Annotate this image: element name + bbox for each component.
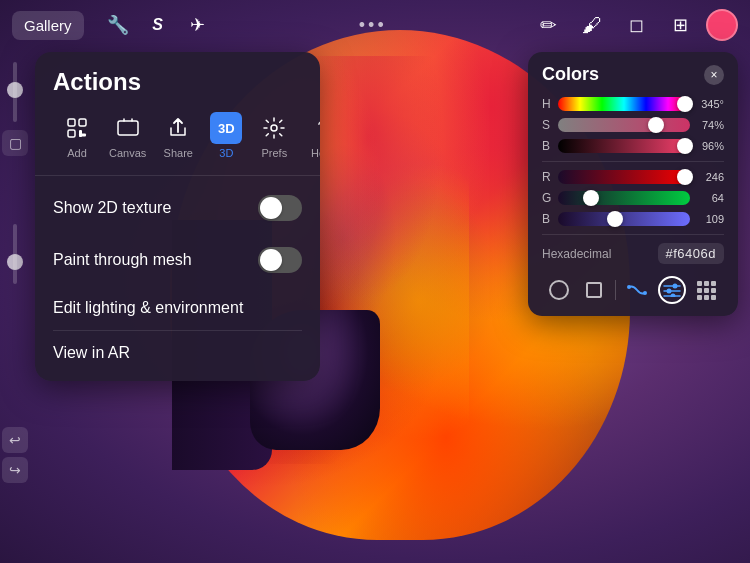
brightness-track — [558, 139, 690, 153]
paint-through-mesh-item[interactable]: Paint through mesh — [35, 234, 320, 286]
edit-lighting-label: Edit lighting & environment — [53, 299, 243, 317]
actions-title: Actions — [53, 68, 302, 96]
gallery-button[interactable]: Gallery — [12, 11, 84, 40]
disc-mode-button[interactable] — [545, 276, 573, 304]
3d-tab-icon: 3D — [210, 112, 242, 144]
red-slider-track[interactable] — [558, 170, 690, 184]
redo-button[interactable]: ↪ — [2, 457, 28, 483]
square-tool-button[interactable]: ▢ — [2, 130, 28, 156]
hue-label: H — [542, 97, 552, 111]
green-thumb[interactable] — [583, 190, 599, 206]
topbar-center: ••• — [216, 15, 530, 36]
gallery-label: Gallery — [24, 17, 72, 34]
rgb-hex-divider — [542, 234, 724, 235]
actions-header: Actions Add — [35, 52, 320, 175]
saturation-slider-row: S 74% — [542, 118, 724, 132]
svg-point-10 — [672, 284, 677, 289]
blue-label: B — [542, 212, 552, 226]
hex-row: Hexadecimal #f6406d — [542, 243, 724, 264]
actions-list: Show 2D texture Paint through mesh Edit … — [35, 176, 320, 381]
red-thumb[interactable] — [677, 169, 693, 185]
tab-prefs[interactable]: Prefs — [250, 108, 298, 163]
edit-lighting-item[interactable]: Edit lighting & environment — [35, 286, 320, 330]
opacity-thumb[interactable] — [7, 254, 23, 270]
show-2d-texture-label: Show 2D texture — [53, 199, 171, 217]
show-2d-texture-item[interactable]: Show 2D texture — [35, 182, 320, 234]
brightness-label: B — [542, 139, 552, 153]
gradient-mode-button[interactable] — [623, 276, 651, 304]
svg-point-8 — [643, 291, 647, 295]
actions-tabs: Add Canvas Share — [53, 108, 302, 167]
topbar: Gallery 🔧 S ✈ ••• ✏ 🖌 ◻ ⊞ — [0, 0, 750, 50]
undo-redo-controls: ↩ ↪ — [0, 427, 30, 483]
left-sidebar: ▢ — [0, 50, 30, 563]
undo-button[interactable]: ↩ — [2, 427, 28, 453]
show-2d-texture-toggle[interactable] — [258, 195, 302, 221]
red-track — [558, 170, 690, 184]
tab-share[interactable]: Share — [154, 108, 202, 163]
green-slider-track[interactable] — [558, 191, 690, 205]
3d-tab-label: 3D — [219, 147, 233, 159]
hex-value[interactable]: #f6406d — [658, 243, 725, 264]
hue-slider-track[interactable] — [558, 97, 690, 111]
topbar-right: ✏ 🖌 ◻ ⊞ — [530, 7, 738, 43]
canvas-tab-icon — [112, 112, 144, 144]
square-icon: ▢ — [9, 135, 22, 151]
brush-icon: 🖌 — [582, 14, 602, 37]
saturation-value: 74% — [696, 119, 724, 131]
modify-tool-button[interactable]: 🔧 — [100, 7, 136, 43]
svg-rect-0 — [68, 119, 75, 126]
square-mode-button[interactable] — [580, 276, 608, 304]
blue-slider-track[interactable] — [558, 212, 690, 226]
more-options-dots[interactable]: ••• — [359, 15, 387, 36]
svg-rect-1 — [79, 119, 86, 126]
brightness-thumb[interactable] — [677, 138, 693, 154]
svg-rect-4 — [79, 134, 86, 137]
brightness-slider-track[interactable] — [558, 139, 690, 153]
hue-track — [558, 97, 690, 111]
svg-rect-2 — [68, 130, 75, 137]
add-tab-icon — [61, 112, 93, 144]
hex-label: Hexadecimal — [542, 247, 611, 261]
brush-size-thumb[interactable] — [7, 82, 23, 98]
tab-canvas[interactable]: Canvas — [101, 108, 154, 163]
hue-thumb[interactable] — [677, 96, 693, 112]
opacity-slider[interactable] — [13, 224, 17, 284]
help-tab-label: Help — [311, 147, 320, 159]
svg-rect-5 — [118, 121, 138, 135]
colors-title: Colors — [542, 64, 599, 85]
smudge-tool-button[interactable]: S — [140, 7, 176, 43]
saturation-label: S — [542, 118, 552, 132]
color-swatch[interactable] — [706, 9, 738, 41]
svg-point-12 — [666, 289, 671, 294]
saturation-thumb[interactable] — [648, 117, 664, 133]
colors-close-button[interactable]: × — [704, 65, 724, 85]
saturation-slider-track[interactable] — [558, 118, 690, 132]
tab-add[interactable]: Add — [53, 108, 101, 163]
brush-size-slider[interactable] — [13, 62, 17, 122]
topbar-left: Gallery 🔧 S ✈ — [12, 7, 216, 43]
brush-tool-button[interactable]: 🖌 — [574, 7, 610, 43]
view-in-ar-item[interactable]: View in AR — [35, 331, 320, 375]
hue-slider-row: H 345° — [542, 97, 724, 111]
move-tool-button[interactable]: ✈ — [180, 7, 216, 43]
tab-3d[interactable]: 3D 3D — [202, 108, 250, 163]
green-track — [558, 191, 690, 205]
slider-mode-button[interactable] — [658, 276, 686, 304]
palette-mode-button[interactable] — [693, 276, 721, 304]
saturation-track — [558, 118, 690, 132]
blue-value: 109 — [696, 213, 724, 225]
tab-help[interactable]: ? Help — [298, 108, 320, 163]
mode-separator — [615, 280, 616, 300]
paint-through-mesh-toggle[interactable] — [258, 247, 302, 273]
pencil-tool-button[interactable]: ✏ — [530, 7, 566, 43]
green-label: G — [542, 191, 552, 205]
sliders-icon — [663, 283, 681, 297]
blue-slider-row: B 109 — [542, 212, 724, 226]
blue-thumb[interactable] — [607, 211, 623, 227]
green-slider-row: G 64 — [542, 191, 724, 205]
layers-button[interactable]: ⊞ — [662, 7, 698, 43]
eraser-tool-button[interactable]: ◻ — [618, 7, 654, 43]
help-tab-icon: ? — [306, 112, 320, 144]
red-slider-row: R 246 — [542, 170, 724, 184]
